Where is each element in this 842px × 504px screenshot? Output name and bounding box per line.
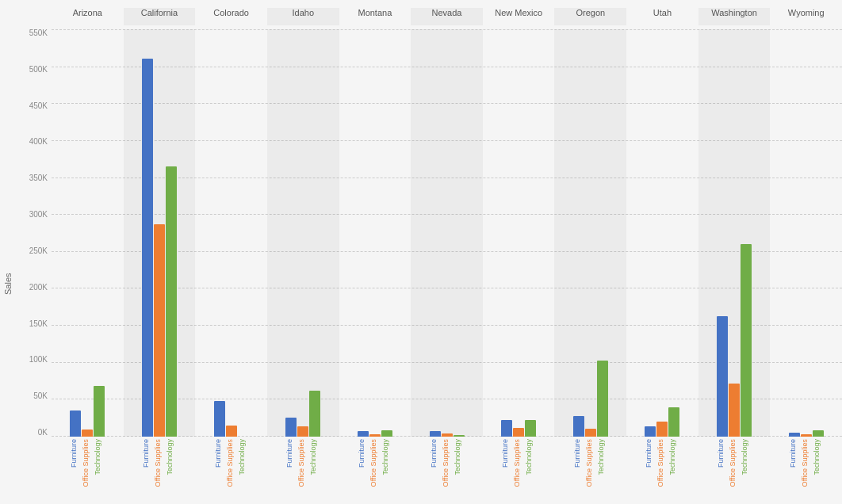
bar-technology xyxy=(166,166,177,437)
x-label-furniture: Furniture xyxy=(717,439,728,468)
state-group xyxy=(339,29,411,437)
x-label-technology: Technology xyxy=(94,439,105,475)
bars-row xyxy=(770,29,842,437)
y-axis-label: Sales xyxy=(0,8,16,496)
bar-technology xyxy=(309,391,320,437)
bar-office-supplies xyxy=(226,426,237,437)
bar-technology xyxy=(813,430,824,437)
chart-inner: ArizonaCaliforniaColoradoIdahoMontanaNev… xyxy=(16,8,842,496)
y-tick: 350K xyxy=(29,174,48,182)
bar-furniture xyxy=(573,416,584,437)
bar-office-supplies xyxy=(513,428,524,437)
x-label-furniture: Furniture xyxy=(430,439,441,468)
state-group xyxy=(267,29,339,437)
x-state-labels: FurnitureOffice SuppliesTechnology xyxy=(411,437,483,496)
x-state-labels: FurnitureOffice SuppliesTechnology xyxy=(483,437,555,496)
x-label-technology: Technology xyxy=(668,439,679,475)
x-label-technology: Technology xyxy=(166,439,177,475)
y-axis: 550K500K450K400K350K300K250K200K150K100K… xyxy=(16,25,52,496)
y-tick: 150K xyxy=(29,320,48,328)
bar-furniture xyxy=(645,426,656,437)
y-tick: 50K xyxy=(33,392,48,400)
x-label-technology: Technology xyxy=(454,439,465,475)
x-label-office-supplies: Office Supplies xyxy=(585,439,596,487)
state-group xyxy=(124,29,196,437)
x-label-office-supplies: Office Supplies xyxy=(226,439,237,487)
bar-office-supplies xyxy=(729,384,740,437)
bars-row xyxy=(52,29,124,437)
x-label-office-supplies: Office Supplies xyxy=(513,439,524,487)
x-label-technology: Technology xyxy=(813,439,824,475)
y-tick: 200K xyxy=(29,284,48,292)
y-tick: 450K xyxy=(29,102,48,110)
plot-area: FurnitureOffice SuppliesTechnologyFurnit… xyxy=(52,25,842,496)
bar-technology xyxy=(741,244,752,437)
x-label-technology: Technology xyxy=(381,439,392,475)
bar-office-supplies xyxy=(297,426,308,437)
y-tick: 500K xyxy=(29,66,48,74)
x-label-furniture: Furniture xyxy=(501,439,512,468)
x-state-labels: FurnitureOffice SuppliesTechnology xyxy=(770,437,842,496)
state-group xyxy=(626,29,698,437)
x-state-labels: FurnitureOffice SuppliesTechnology xyxy=(124,437,196,496)
state-top-label: Washington xyxy=(698,8,771,25)
x-state-labels: FurnitureOffice SuppliesTechnology xyxy=(554,437,626,496)
x-label-furniture: Furniture xyxy=(214,439,225,468)
x-labels: FurnitureOffice SuppliesTechnologyFurnit… xyxy=(52,437,842,496)
state-top-label: New Mexico xyxy=(483,8,555,25)
y-tick: 100K xyxy=(29,356,48,364)
x-label-technology: Technology xyxy=(309,439,320,475)
x-label-furniture: Furniture xyxy=(285,439,297,468)
state-group xyxy=(195,29,267,437)
bars-row xyxy=(626,29,698,437)
x-label-office-supplies: Office Supplies xyxy=(297,439,308,487)
bar-furniture xyxy=(717,316,728,437)
x-label-office-supplies: Office Supplies xyxy=(729,439,740,487)
x-state-labels: FurnitureOffice SuppliesTechnology xyxy=(339,437,411,496)
y-tick: 0K xyxy=(38,429,48,437)
state-group xyxy=(411,29,483,437)
state-top-label: Nevada xyxy=(411,8,483,25)
bar-technology xyxy=(94,386,105,437)
x-label-furniture: Furniture xyxy=(573,439,584,468)
x-state-labels: FurnitureOffice SuppliesTechnology xyxy=(195,437,267,496)
state-headers: ArizonaCaliforniaColoradoIdahoMontanaNev… xyxy=(52,8,842,25)
x-state-labels: FurnitureOffice SuppliesTechnology xyxy=(626,437,698,496)
bars-row xyxy=(483,29,555,437)
x-label-technology: Technology xyxy=(525,439,536,475)
bar-furniture xyxy=(430,431,441,437)
x-label-furniture: Furniture xyxy=(70,439,81,468)
x-label-furniture: Furniture xyxy=(142,439,153,468)
bars-row xyxy=(195,29,267,437)
bars-row xyxy=(339,29,411,437)
bar-technology xyxy=(668,407,679,437)
bar-office-supplies xyxy=(82,430,93,437)
bar-office-supplies xyxy=(154,224,165,437)
x-label-furniture: Furniture xyxy=(789,439,800,468)
x-state-labels: FurnitureOffice SuppliesTechnology xyxy=(698,437,771,496)
state-top-label: Colorado xyxy=(195,8,267,25)
bars-row xyxy=(124,29,196,437)
x-label-technology: Technology xyxy=(238,439,249,475)
state-top-label: Utah xyxy=(626,8,698,25)
bars-row xyxy=(411,29,483,437)
bar-technology xyxy=(525,420,536,437)
bar-office-supplies xyxy=(656,422,668,437)
bar-furniture xyxy=(142,59,153,437)
bar-furniture xyxy=(358,431,369,437)
y-tick: 400K xyxy=(29,138,48,146)
x-label-office-supplies: Office Supplies xyxy=(369,439,381,487)
y-tick: 550K xyxy=(29,29,48,37)
x-label-office-supplies: Office Supplies xyxy=(656,439,668,487)
state-top-label: California xyxy=(124,8,196,25)
x-state-labels: FurnitureOffice SuppliesTechnology xyxy=(267,437,339,496)
state-group xyxy=(698,29,771,437)
bar-furniture xyxy=(501,420,512,437)
x-label-office-supplies: Office Supplies xyxy=(82,439,93,487)
bars-row xyxy=(267,29,339,437)
x-label-furniture: Furniture xyxy=(645,439,656,468)
y-tick: 300K xyxy=(29,211,48,219)
x-label-office-supplies: Office Supplies xyxy=(801,439,812,487)
state-top-label: Montana xyxy=(339,8,411,25)
y-tick: 250K xyxy=(29,247,48,255)
